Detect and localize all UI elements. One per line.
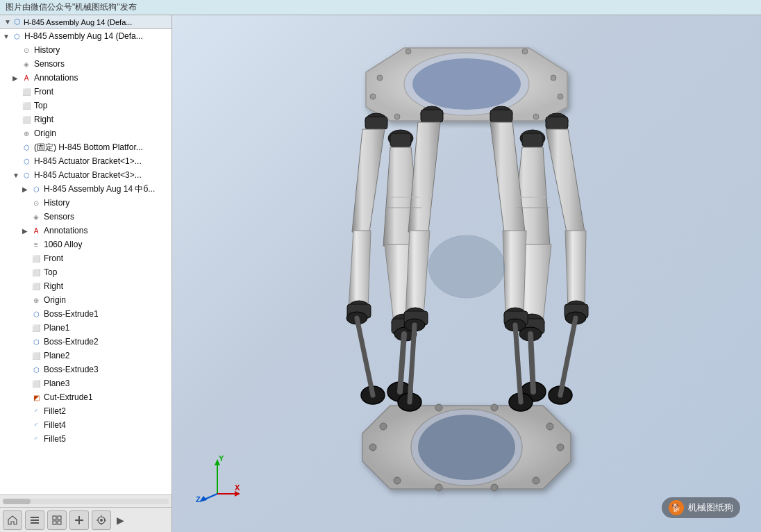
plane-icon: ⬜	[31, 267, 42, 278]
svg-rect-86	[490, 110, 512, 122]
viewport[interactable]: Y X Z 🐕 机械图纸狗	[172, 15, 761, 532]
tree-item-plane3[interactable]: ⬜Plane3	[0, 376, 172, 390]
tree-arrow[interactable]: ▼	[3, 33, 11, 40]
tree-item-boss-extrude1[interactable]: ⬡Boss-Extrude1	[0, 307, 172, 321]
top-banner: 图片由微信公众号"机械图纸狗"发布	[0, 0, 761, 15]
tree-item-right-2[interactable]: ⬜Right	[0, 279, 172, 293]
plane-icon: ⬜	[31, 253, 42, 264]
tree-item-cut-extrude1[interactable]: ◩Cut-Extrude1	[0, 390, 172, 404]
tree-item-actuator-1[interactable]: ⬡H-845 Actuator Bracket<1>...	[0, 154, 172, 168]
svg-rect-41	[390, 133, 411, 147]
tree-item-label: Front	[34, 87, 169, 97]
tree-item-label: Fillet4	[44, 420, 169, 430]
sensors-icon: ◈	[21, 58, 32, 69]
svg-line-66	[357, 318, 373, 395]
tree-item-label: H-845 Assembly Aug 14 中б...	[44, 183, 169, 195]
svg-point-35	[522, 49, 528, 54]
tree-item-label: Fillet2	[44, 406, 169, 416]
tree-item-label: Cut-Extrude1	[44, 392, 169, 402]
tree-item-fillet2[interactable]: ◜Fillet2	[0, 404, 172, 418]
tree-item-right-1[interactable]: ⬜Right	[0, 113, 172, 126]
tree-item-history-2[interactable]: ⊙History	[0, 196, 172, 210]
toolbar-btn-target[interactable]	[92, 510, 111, 530]
svg-text:Y: Y	[219, 456, 224, 463]
assembly-icon: ⬡	[31, 183, 42, 194]
plane-icon: ⬜	[21, 114, 32, 125]
svg-point-28	[491, 404, 498, 411]
toolbar-btn-plus[interactable]	[69, 510, 89, 530]
component-icon: ⬡	[21, 156, 32, 167]
tree-arrow[interactable]: ▶	[22, 185, 31, 193]
svg-line-75	[560, 318, 576, 395]
assembly-icon: ⬡	[11, 31, 22, 42]
tree-item-boss-extrude2[interactable]: ⬡Boss-Extrude2	[0, 335, 172, 349]
tree-item-front-1[interactable]: ⬜Front	[0, 85, 172, 99]
toolbar-btn-list[interactable]	[25, 510, 44, 530]
tree-item-root-assembly[interactable]: ▼⬡H-845 Assembly Aug 14 (Defa...	[0, 29, 172, 43]
tree-item-boss-extrude3[interactable]: ⬡Boss-Extrude3	[0, 363, 172, 376]
toolbar-btn-grid[interactable]	[47, 510, 67, 530]
tree-item-annotations-1[interactable]: ▶AAnnotations	[0, 71, 172, 85]
component-icon: ⬡	[21, 169, 32, 181]
tree-item-label: H-845 Actuator Bracket<1>...	[34, 156, 169, 166]
svg-point-19	[380, 423, 387, 430]
tree-item-label: Sensors	[44, 212, 169, 222]
svg-point-25	[435, 484, 442, 491]
component-icon: ⬡	[21, 142, 32, 153]
tree-item-material[interactable]: ≡1060 Alloy	[0, 238, 172, 251]
tree-arrow[interactable]: ▶	[12, 74, 21, 82]
tree-item-origin-2[interactable]: ⊕Origin	[0, 293, 172, 307]
svg-text:Z: Z	[196, 495, 201, 504]
plane-icon: ⬜	[21, 100, 32, 111]
feature-tree[interactable]: ▼⬡H-845 Assembly Aug 14 (Defa...⊙History…	[0, 29, 172, 494]
tree-item-annotations-2[interactable]: ▶AAnnotations	[0, 224, 172, 238]
tree-item-plane1[interactable]: ⬜Plane1	[0, 321, 172, 335]
boss-icon: ⬡	[31, 336, 42, 347]
tree-item-plane2[interactable]: ⬜Plane2	[0, 349, 172, 363]
plane-icon: ⬜	[21, 86, 32, 97]
material-icon: ≡	[31, 239, 42, 250]
watermark-text: 机械图纸狗	[688, 501, 733, 514]
tree-arrow[interactable]: ▼	[12, 172, 21, 179]
svg-rect-5	[53, 521, 56, 524]
tree-item-label: Top	[34, 101, 169, 110]
tree-arrow[interactable]: ▶	[22, 227, 31, 235]
expand-arrow[interactable]: ▼	[4, 18, 11, 26]
tree-item-sub-assembly[interactable]: ▶⬡H-845 Assembly Aug 14 中б...	[0, 182, 172, 196]
boss-icon: ⬡	[31, 308, 42, 319]
tree-item-label: Plane3	[44, 379, 169, 388]
plane-f-icon: ⬜	[31, 322, 42, 333]
tree-item-actuator-3[interactable]: ▼⬡H-845 Actuator Bracket<3>...	[0, 168, 172, 182]
toolbar-btn-home[interactable]	[3, 510, 22, 530]
tree-item-sensors-2[interactable]: ◈Sensors	[0, 210, 172, 224]
svg-point-39	[533, 114, 539, 119]
sidebar-toolbar: ▶	[0, 507, 172, 532]
svg-marker-88	[503, 231, 526, 315]
sidebar-header: ▼ ⬡ H-845 Assembly Aug 14 (Defa...	[0, 15, 172, 29]
tree-item-label: (固定) H-845 Bottom Platfor...	[34, 142, 169, 153]
origin-icon: ⊕	[21, 128, 32, 139]
tree-item-label: Plane1	[44, 323, 169, 333]
tree-item-bottom-platform[interactable]: ⬡(固定) H-845 Bottom Platfor...	[0, 140, 172, 154]
svg-marker-79	[405, 231, 430, 315]
tree-item-label: Top	[44, 267, 169, 277]
tree-item-top-1[interactable]: ⬜Top	[0, 99, 172, 113]
tree-item-history-1[interactable]: ⊙History	[0, 43, 172, 57]
cut-icon: ◩	[31, 392, 42, 403]
svg-rect-6	[58, 521, 61, 524]
tree-item-label: Front	[44, 253, 169, 263]
svg-point-38	[394, 114, 400, 119]
toolbar-arrow-more[interactable]: ▶	[114, 510, 126, 530]
tree-item-top-2[interactable]: ⬜Top	[0, 265, 172, 279]
tree-item-front-2[interactable]: ⬜Front	[0, 251, 172, 265]
svg-point-34	[405, 49, 411, 54]
origin-icon: ⊕	[31, 294, 42, 306]
svg-rect-2	[31, 522, 39, 524]
tree-item-sensors-1[interactable]: ◈Sensors	[0, 57, 172, 71]
banner-text: 图片由微信公众号"机械图纸狗"发布	[6, 1, 137, 13]
tree-item-origin-1[interactable]: ⊕Origin	[0, 126, 172, 140]
tree-item-fillet4[interactable]: ◜Fillet4	[0, 418, 172, 432]
tree-item-fillet5[interactable]: ◜Fillet5	[0, 432, 172, 446]
boss-icon: ⬡	[31, 364, 42, 375]
tree-item-label: Origin	[34, 128, 169, 138]
